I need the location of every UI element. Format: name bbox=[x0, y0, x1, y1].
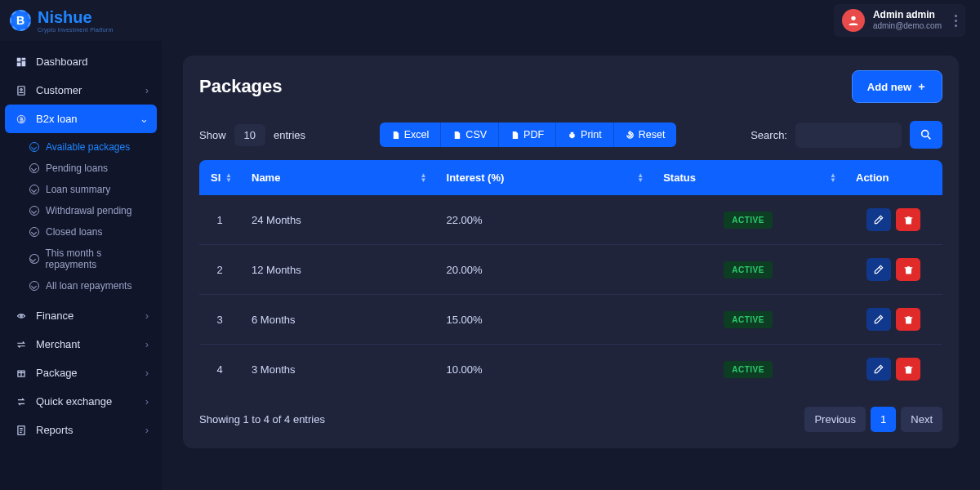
reset-button[interactable]: Reset bbox=[614, 122, 677, 147]
submenu-all-loan-repayments[interactable]: All loan repayments bbox=[5, 275, 157, 296]
pager-page-1[interactable]: 1 bbox=[871, 407, 896, 432]
submenu-loan-summary[interactable]: Loan summary bbox=[5, 179, 157, 200]
submenu-pending-loans[interactable]: Pending loans bbox=[5, 158, 157, 179]
add-new-label: Add new bbox=[867, 81, 911, 93]
trash-icon bbox=[903, 314, 914, 325]
col-sl[interactable]: Sl▲▼ bbox=[199, 160, 240, 195]
cell-status: ACTIVE bbox=[652, 195, 844, 245]
svg-point-14 bbox=[922, 131, 929, 137]
page-title: Packages bbox=[199, 76, 283, 97]
svg-rect-12 bbox=[571, 131, 574, 133]
chevron-right-icon: › bbox=[145, 84, 149, 96]
table-row: 124 Months22.00%ACTIVE bbox=[199, 195, 942, 245]
search-label: Search: bbox=[751, 129, 787, 141]
add-new-button[interactable]: Add new ＋ bbox=[852, 70, 942, 103]
pager-next[interactable]: Next bbox=[901, 407, 942, 432]
search-button[interactable] bbox=[910, 121, 942, 149]
table-toolbar: Show 10 entries Excel CSV PDF Print Rese… bbox=[199, 121, 942, 149]
sort-icon: ▲▼ bbox=[830, 173, 836, 183]
page-length-select[interactable]: 10 bbox=[234, 124, 265, 146]
table-header-row: Sl▲▼ Name▲▼ Interest (%)▲▼ Status▲▼ Acti… bbox=[199, 160, 942, 195]
dashboard-icon bbox=[15, 56, 28, 68]
edit-button[interactable] bbox=[866, 208, 891, 231]
show-label: Show bbox=[199, 129, 226, 141]
edit-icon bbox=[873, 264, 884, 275]
user-menu[interactable]: Admin admin admin@demo.com bbox=[834, 4, 965, 37]
search-control: Search: bbox=[751, 121, 942, 149]
svg-rect-18 bbox=[904, 367, 912, 368]
print-button[interactable]: Print bbox=[556, 122, 614, 147]
col-name[interactable]: Name▲▼ bbox=[240, 160, 435, 195]
export-excel-button[interactable]: Excel bbox=[380, 122, 442, 147]
chevron-right-icon: › bbox=[145, 424, 149, 436]
cell-interest: 15.00% bbox=[435, 295, 653, 345]
col-interest[interactable]: Interest (%)▲▼ bbox=[435, 160, 653, 195]
avatar bbox=[842, 9, 865, 32]
submenu-withdrawal-pending[interactable]: Withdrawal pending bbox=[5, 200, 157, 221]
edit-button[interactable] bbox=[866, 308, 891, 331]
kebab-icon[interactable] bbox=[950, 15, 957, 27]
loan-icon bbox=[15, 114, 28, 125]
table-row: 36 Months15.00%ACTIVE bbox=[199, 295, 942, 345]
chevron-right-icon: › bbox=[145, 310, 149, 322]
col-status[interactable]: Status▲▼ bbox=[652, 160, 844, 195]
search-input[interactable] bbox=[795, 122, 902, 148]
sidebar-item-label: Customer bbox=[36, 84, 82, 96]
delete-button[interactable] bbox=[896, 308, 920, 331]
sidebar-item-reports[interactable]: Reports › bbox=[5, 416, 157, 444]
table-row: 43 Months10.00%ACTIVE bbox=[199, 345, 942, 394]
sidebar-item-label: Package bbox=[36, 367, 78, 379]
sidebar-item-dashboard[interactable]: Dashboard bbox=[5, 47, 157, 76]
sort-icon: ▲▼ bbox=[225, 173, 232, 183]
submenu-this-month-repayments[interactable]: This month s repayments bbox=[5, 243, 157, 275]
chevron-right-icon: › bbox=[145, 338, 149, 350]
export-buttons: Excel CSV PDF Print Reset bbox=[380, 122, 677, 147]
status-badge: ACTIVE bbox=[724, 212, 773, 229]
col-label: Interest (%) bbox=[447, 172, 505, 184]
reset-icon bbox=[626, 131, 635, 140]
export-pdf-button[interactable]: PDF bbox=[499, 122, 556, 147]
svg-point-0 bbox=[851, 16, 855, 20]
edit-button[interactable] bbox=[866, 358, 891, 381]
cell-status: ACTIVE bbox=[652, 245, 844, 295]
delete-button[interactable] bbox=[896, 258, 920, 281]
table-footer: Showing 1 to 4 of 4 entries Previous 1 N… bbox=[199, 407, 942, 432]
export-label: Print bbox=[581, 129, 602, 140]
print-icon bbox=[568, 131, 577, 140]
trash-icon bbox=[903, 364, 914, 375]
svg-rect-1 bbox=[17, 57, 21, 61]
sidebar-item-b2x-loan[interactable]: B2x loan ⌄ bbox=[5, 105, 157, 133]
cell-action bbox=[844, 345, 942, 394]
sidebar-item-customer[interactable]: Customer › bbox=[5, 76, 157, 105]
pagination: Previous 1 Next bbox=[804, 407, 942, 432]
submenu-available-packages[interactable]: Available packages bbox=[5, 136, 157, 158]
file-icon bbox=[510, 131, 519, 140]
sidebar-item-finance[interactable]: Finance › bbox=[5, 301, 157, 330]
swap-icon bbox=[15, 396, 28, 408]
search-icon bbox=[920, 128, 933, 141]
package-icon bbox=[15, 368, 28, 379]
submenu-label: Pending loans bbox=[46, 163, 108, 174]
sidebar-item-quick-exchange[interactable]: Quick exchange › bbox=[5, 387, 157, 416]
brand-logo[interactable]: B Nishue Crypto Investment Platform bbox=[10, 9, 114, 33]
page-length-control: Show 10 entries bbox=[199, 124, 305, 146]
export-csv-button[interactable]: CSV bbox=[441, 122, 499, 147]
edit-button[interactable] bbox=[866, 258, 891, 281]
submenu-label: Withdrawal pending bbox=[46, 205, 131, 216]
cell-sl: 3 bbox=[199, 295, 240, 345]
cell-interest: 10.00% bbox=[435, 345, 653, 394]
delete-button[interactable] bbox=[896, 358, 920, 381]
delete-button[interactable] bbox=[896, 208, 920, 231]
submenu-label: Closed loans bbox=[46, 226, 102, 238]
chevron-down-icon: ⌄ bbox=[140, 113, 149, 125]
pager-previous[interactable]: Previous bbox=[804, 407, 866, 432]
trash-icon bbox=[903, 215, 914, 225]
status-badge: ACTIVE bbox=[724, 361, 773, 378]
cell-sl: 1 bbox=[199, 195, 240, 245]
svg-rect-13 bbox=[571, 136, 574, 137]
sidebar-item-package[interactable]: Package › bbox=[5, 359, 157, 387]
cell-status: ACTIVE bbox=[652, 345, 844, 394]
export-label: Reset bbox=[639, 129, 666, 140]
sidebar-item-merchant[interactable]: Merchant › bbox=[5, 330, 157, 359]
submenu-closed-loans[interactable]: Closed loans bbox=[5, 221, 157, 243]
